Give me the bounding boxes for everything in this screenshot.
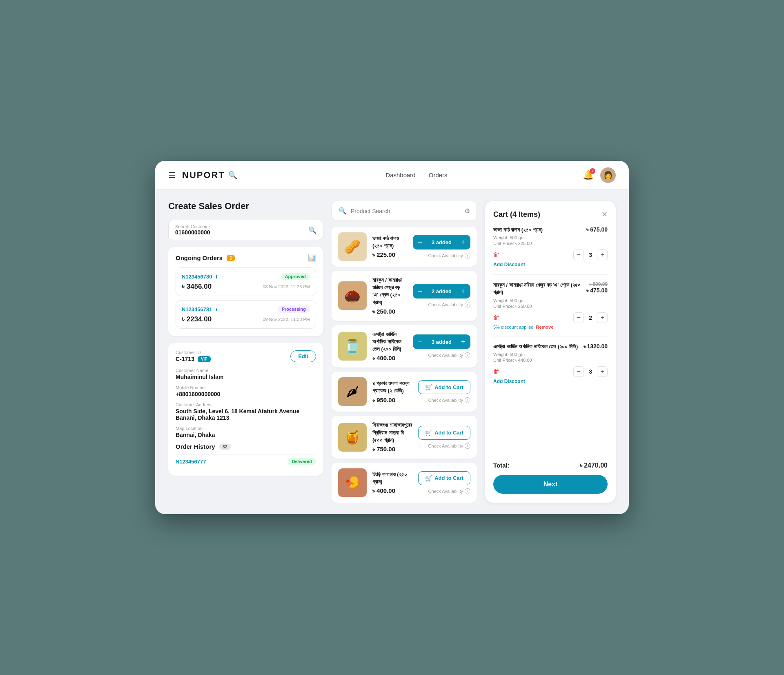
product-name-2: এক্সট্রা ভার্জিন অর্গানিক নারিকেল তেল (২… xyxy=(372,331,407,353)
availability-info-icon-1: i xyxy=(465,302,470,307)
cart-delete-button-1[interactable]: 🗑 xyxy=(493,314,500,321)
discount-remove-1[interactable]: Remove xyxy=(536,325,553,330)
customer-map-label: Map Location xyxy=(176,426,316,431)
cart-qty-num-2: 3 xyxy=(589,368,592,375)
product-image-1: 🌰 xyxy=(338,281,367,310)
order-amount-2: ৳ 2234.00 xyxy=(182,315,212,323)
customer-search-value: 01600000000 xyxy=(175,229,210,236)
customer-search-box[interactable]: Search Customer 01600000000 🔍 xyxy=(168,220,323,240)
order-date-1: 08 Nov 2022, 12:26 PM xyxy=(263,284,310,289)
order-amount-1: ৳ 3456.00 xyxy=(182,283,212,291)
product-price-1: ৳ 250.00 xyxy=(372,308,407,315)
cart-qty-decrease-1[interactable]: − xyxy=(573,312,584,323)
product-name-5: চিংড়ি বালাচাও (২৫০ গ্রাম) xyxy=(372,471,412,486)
product-list: 🥜 ভাজা কাঠ বাদাম (২৫০ গ্রাম) ৳ 225.00 − … xyxy=(332,227,477,503)
filter-icon[interactable]: ⚙ xyxy=(464,207,470,215)
check-availability-5[interactable]: Check Availability i xyxy=(428,488,470,494)
nav-links: Dashboard Orders xyxy=(250,172,583,178)
cart-item-price-0: ৳ 675.00 xyxy=(586,226,608,233)
customer-name-value: Muhaiminul Islam xyxy=(176,374,316,380)
qty-increase-1[interactable]: + xyxy=(456,284,470,299)
qty-decrease-2[interactable]: − xyxy=(413,334,428,349)
qty-increase-2[interactable]: + xyxy=(456,334,470,349)
cart-total-amount: ৳ 2470.00 xyxy=(580,462,608,469)
order-history-count: 32 xyxy=(219,443,231,450)
add-to-cart-button-4[interactable]: 🛒 Add to Cart xyxy=(418,426,470,440)
product-qty-control-0: − 3 added + xyxy=(413,235,470,250)
product-name-4: সিরাজগঞ্জ শাহাজাদপুরের প্রিমিয়াম সাড়্য… xyxy=(372,421,412,444)
availability-info-icon-0: i xyxy=(465,253,470,258)
cart-item-price-2: ৳ 1320.00 xyxy=(584,343,608,350)
cart-item-original-price-1: ৳ 500.00 xyxy=(589,281,608,287)
next-button[interactable]: Next xyxy=(493,475,608,494)
qty-increase-0[interactable]: + xyxy=(456,235,470,250)
cart-qty-increase-0[interactable]: + xyxy=(597,250,608,260)
discount-info-1: 5% discount applied Remove xyxy=(493,325,608,330)
order-history-title: Order History xyxy=(176,443,215,450)
add-to-cart-button-5[interactable]: 🛒 Add to Cart xyxy=(418,471,470,485)
left-panel: Create Sales Order Search Customer 01600… xyxy=(168,201,323,503)
cart-item-name-0: ভাজা কাঠ বাদাম (২৫০ গ্রাম) xyxy=(493,226,586,234)
customer-id-value: C-1713 xyxy=(176,356,194,362)
notification-badge: 1 xyxy=(590,168,595,174)
check-availability-4[interactable]: Check Availability i xyxy=(428,443,470,449)
customer-search-icon[interactable]: 🔍 xyxy=(308,226,316,234)
qty-decrease-1[interactable]: − xyxy=(413,284,428,299)
cart-delete-button-2[interactable]: 🗑 xyxy=(493,368,500,375)
order-info-icon-1: ℹ xyxy=(216,274,217,279)
history-order-status: Delivered xyxy=(287,458,316,465)
history-order-id: N123456777 xyxy=(176,459,206,465)
cart-icon-4: 🛒 xyxy=(425,430,432,436)
product-search-input[interactable] xyxy=(351,208,460,214)
qty-decrease-0[interactable]: − xyxy=(413,235,428,250)
nav-orders[interactable]: Orders xyxy=(429,172,448,178)
product-name-0: ভাজা কাঠ বাদাম (২৫০ গ্রাম) xyxy=(372,235,407,250)
check-availability-0[interactable]: Check Availability i xyxy=(428,253,470,258)
user-avatar[interactable]: 👩 xyxy=(600,167,616,183)
cart-qty-increase-2[interactable]: + xyxy=(597,366,608,377)
product-search-icon: 🔍 xyxy=(339,207,347,215)
add-discount-link-2[interactable]: Add Discount xyxy=(493,379,525,384)
add-to-cart-button-3[interactable]: 🛒 Add to Cart xyxy=(418,380,470,394)
edit-customer-button[interactable]: Edit xyxy=(290,350,316,362)
check-availability-3[interactable]: Check Availability i xyxy=(428,397,470,403)
availability-info-icon-3: i xyxy=(465,397,470,403)
order-item-1[interactable]: N123456780 ℹ Approved ৳ 3456.00 08 Nov 2… xyxy=(176,267,316,296)
cart-close-button[interactable]: ✕ xyxy=(601,210,608,219)
customer-address-value: South Side, Level 6, 18 Kemal Ataturk Av… xyxy=(176,408,316,421)
product-image-3: 🌶 xyxy=(338,377,367,406)
customer-map-value: Bannai, Dhaka xyxy=(176,432,316,438)
cart-delete-button-0[interactable]: 🗑 xyxy=(493,251,500,258)
cart-items: ভাজা কাঠ বাদাম (২৫০ গ্রাম) ৳ 675.00 Weig… xyxy=(493,226,608,448)
cart-qty-increase-1[interactable]: + xyxy=(597,312,608,323)
availability-info-icon-5: i xyxy=(465,488,470,494)
cart-icon-5: 🛒 xyxy=(425,475,432,481)
product-image-2: 🫙 xyxy=(338,332,367,361)
chart-icon: 📊 xyxy=(308,254,316,262)
cart-item-unit-price-2: Unit Price: ৳ 440.00 xyxy=(493,358,608,363)
add-discount-link-0[interactable]: Add Discount xyxy=(493,262,525,267)
bell-icon[interactable]: 🔔 1 xyxy=(583,170,594,180)
product-price-3: ৳ 950.00 xyxy=(372,397,412,404)
check-availability-1[interactable]: Check Availability i xyxy=(428,302,470,307)
check-availability-2[interactable]: Check Availability i xyxy=(428,352,470,358)
app-logo: NUPORT xyxy=(182,170,225,180)
cart-qty-decrease-2[interactable]: − xyxy=(573,366,584,377)
history-order-1[interactable]: N123456777 Delivered xyxy=(176,454,316,468)
product-image-5: 🍤 xyxy=(338,468,367,497)
product-image-4: 🍯 xyxy=(338,423,367,452)
cart-qty-decrease-0[interactable]: − xyxy=(573,250,584,260)
customer-address-label: Customer Address xyxy=(176,402,316,407)
cart-icon-3: 🛒 xyxy=(425,384,432,390)
nav-search-icon[interactable]: 🔍 xyxy=(228,171,237,180)
cart-qty-num-0: 3 xyxy=(589,252,592,258)
order-id-1: N123456780 xyxy=(182,274,212,280)
hamburger-icon[interactable]: ☰ xyxy=(168,170,176,180)
customer-mobile-label: Mobile Number xyxy=(176,385,316,390)
qty-display-1: 2 added xyxy=(428,288,456,294)
cart-item-name-1: মারকুস / কামরাঙা মরিয়ম খেজুর বড় 'এ' গ্… xyxy=(493,281,586,296)
cart-total-label: Total: xyxy=(493,462,510,469)
nav-dashboard[interactable]: Dashboard xyxy=(385,172,415,178)
order-item-2[interactable]: N123456781 ℹ Processing ৳ 2234.00 09 Nov… xyxy=(176,300,316,329)
qty-display-0: 3 added xyxy=(428,239,456,245)
